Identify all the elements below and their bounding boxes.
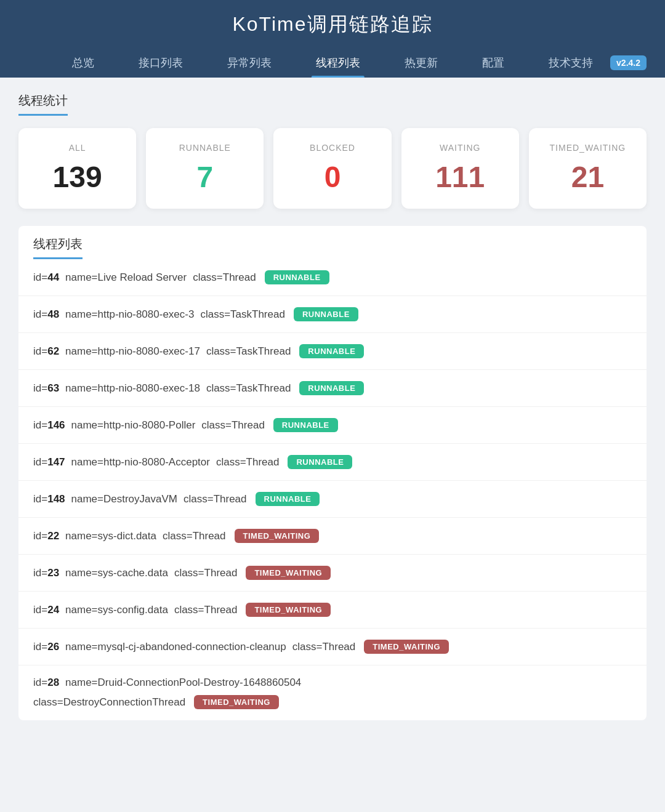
thread-class: class=Thread — [292, 641, 356, 653]
status-badge: RUNNABLE — [288, 455, 352, 469]
stat-label-all: ALL — [31, 143, 124, 153]
thread-name: name=sys-config.data — [65, 604, 168, 616]
stat-label-waiting: WAITING — [414, 143, 507, 153]
thread-class: class=Thread — [216, 456, 280, 468]
stat-value-waiting: 111 — [414, 160, 507, 194]
status-badge: TIMED_WAITING — [364, 640, 449, 654]
stat-card-timed-waiting[interactable]: TIMED_WAITING 21 — [529, 128, 647, 209]
thread-name: name=http-nio-8080-exec-18 — [65, 382, 200, 395]
thread-id: id=63 — [33, 382, 59, 395]
stat-card-blocked[interactable]: BLOCKED 0 — [273, 128, 391, 209]
thread-class: class=TaskThread — [200, 308, 284, 321]
thread-name: name=http-nio-8080-Poller — [71, 419, 196, 432]
thread-class: class=TaskThread — [206, 345, 291, 358]
thread-row[interactable]: id=48 name=http-nio-8080-exec-3 class=Ta… — [18, 296, 647, 333]
stat-card-all[interactable]: ALL 139 — [18, 128, 136, 209]
thread-name: name=sys-cache.data — [65, 567, 168, 579]
app-title: KoTime调用链路追踪 — [0, 11, 665, 48]
thread-id: id=48 — [33, 308, 59, 321]
nav-item-config[interactable]: 配置 — [460, 48, 526, 78]
header: KoTime调用链路追踪 总览 接口列表 异常列表 线程列表 热更新 配置 技术… — [0, 0, 665, 78]
thread-id: id=148 — [33, 493, 65, 505]
thread-row[interactable]: id=62 name=http-nio-8080-exec-17 class=T… — [18, 333, 647, 370]
status-badge: RUNNABLE — [273, 418, 338, 432]
stat-label-blocked: BLOCKED — [286, 143, 379, 153]
status-badge: RUNNABLE — [294, 307, 358, 321]
thread-name: name=http-nio-8080-Acceptor — [71, 456, 210, 468]
thread-id: id=44 — [33, 271, 59, 284]
thread-row[interactable]: id=44 name=Live Reload Server class=Thre… — [18, 259, 647, 296]
nav-item-hot-update[interactable]: 热更新 — [382, 48, 460, 78]
status-badge: RUNNABLE — [256, 492, 320, 506]
thread-id: id=23 — [33, 567, 59, 579]
thread-row[interactable]: id=28 name=Druid-ConnectionPool-Destroy-… — [18, 665, 647, 720]
thread-list-section: 线程列表 id=44 name=Live Reload Server class… — [18, 226, 647, 720]
stat-value-blocked: 0 — [286, 160, 379, 194]
thread-name: name=sys-dict.data — [65, 530, 156, 542]
nav-item-api-list[interactable]: 接口列表 — [116, 48, 205, 78]
stats-cards-row: ALL 139 RUNNABLE 7 BLOCKED 0 WAITING 111… — [18, 128, 647, 209]
stats-section-title: 线程统计 — [18, 92, 68, 116]
thread-row[interactable]: id=148 name=DestroyJavaVM class=Thread R… — [18, 481, 647, 518]
thread-row[interactable]: id=24 name=sys-config.data class=Thread … — [18, 592, 647, 629]
stat-label-timed-waiting: TIMED_WAITING — [541, 143, 634, 153]
thread-name: name=http-nio-8080-exec-3 — [65, 308, 194, 321]
nav-item-overview[interactable]: 总览 — [50, 48, 116, 78]
stat-value-all: 139 — [31, 160, 124, 194]
thread-row[interactable]: id=26 name=mysql-cj-abandoned-connection… — [18, 629, 647, 665]
stat-card-waiting[interactable]: WAITING 111 — [401, 128, 519, 209]
nav-item-support[interactable]: 技术支持 — [526, 48, 615, 78]
thread-row[interactable]: id=23 name=sys-cache.data class=Thread T… — [18, 555, 647, 592]
status-badge: TIMED_WAITING — [246, 603, 331, 617]
thread-row[interactable]: id=147 name=http-nio-8080-Acceptor class… — [18, 444, 647, 481]
thread-id: id=26 — [33, 641, 59, 653]
thread-class: class=Thread — [201, 419, 265, 432]
thread-id: id=62 — [33, 345, 59, 358]
status-badge: TIMED_WAITING — [194, 695, 279, 709]
thread-name: name=http-nio-8080-exec-17 — [65, 345, 200, 358]
thread-row[interactable]: id=63 name=http-nio-8080-exec-18 class=T… — [18, 370, 647, 407]
thread-name: name=mysql-cj-abandoned-connection-clean… — [65, 641, 286, 653]
version-badge: v2.4.2 — [610, 55, 647, 70]
thread-rows-container[interactable]: id=44 name=Live Reload Server class=Thre… — [18, 259, 647, 720]
thread-class: class=Thread — [193, 271, 256, 284]
status-badge: TIMED_WAITING — [235, 529, 320, 543]
thread-list-header: 线程列表 — [18, 226, 647, 259]
thread-row[interactable]: id=146 name=http-nio-8080-Poller class=T… — [18, 407, 647, 444]
thread-id: id=22 — [33, 530, 59, 542]
navigation: 总览 接口列表 异常列表 线程列表 热更新 配置 技术支持 v2.4.2 — [0, 48, 665, 78]
thread-class: class=Thread — [183, 493, 247, 505]
thread-row[interactable]: id=22 name=sys-dict.data class=Thread TI… — [18, 518, 647, 555]
thread-class: class=DestroyConnectionThread — [33, 696, 185, 709]
thread-id: id=24 — [33, 604, 59, 616]
thread-id: id=146 — [33, 419, 65, 432]
thread-class: class=Thread — [174, 567, 238, 579]
thread-class: class=Thread — [174, 604, 238, 616]
thread-name: name=Druid-ConnectionPool-Destroy-164886… — [65, 677, 301, 689]
nav-item-exception-list[interactable]: 异常列表 — [205, 48, 294, 78]
stat-value-timed-waiting: 21 — [541, 160, 634, 194]
stat-label-runnable: RUNNABLE — [158, 143, 251, 153]
status-badge: RUNNABLE — [299, 344, 364, 358]
stat-card-runnable[interactable]: RUNNABLE 7 — [146, 128, 264, 209]
nav-item-thread-list[interactable]: 线程列表 — [294, 48, 382, 78]
stats-section: 线程统计 ALL 139 RUNNABLE 7 BLOCKED 0 WAITIN… — [18, 92, 647, 209]
thread-name: name=DestroyJavaVM — [71, 493, 177, 505]
status-badge: RUNNABLE — [299, 381, 364, 395]
status-badge: TIMED_WAITING — [246, 566, 331, 580]
stat-value-runnable: 7 — [158, 160, 251, 194]
thread-name: name=Live Reload Server — [65, 271, 187, 284]
thread-id: id=147 — [33, 456, 65, 468]
thread-id: id=28 — [33, 677, 59, 689]
thread-class: class=Thread — [163, 530, 226, 542]
status-badge: RUNNABLE — [265, 270, 329, 284]
main-content: 线程统计 ALL 139 RUNNABLE 7 BLOCKED 0 WAITIN… — [0, 78, 665, 735]
thread-list-title: 线程列表 — [33, 236, 83, 259]
thread-class: class=TaskThread — [206, 382, 291, 395]
